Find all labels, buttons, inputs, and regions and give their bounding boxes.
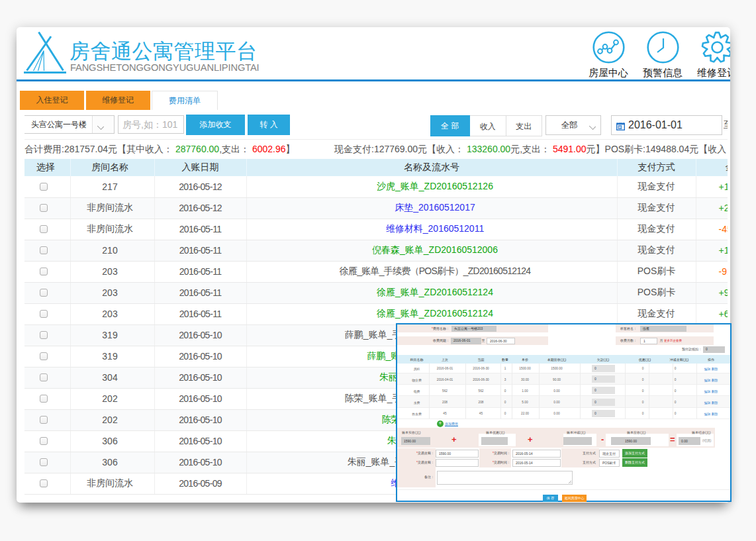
- svg-text:6: 6: [619, 126, 621, 129]
